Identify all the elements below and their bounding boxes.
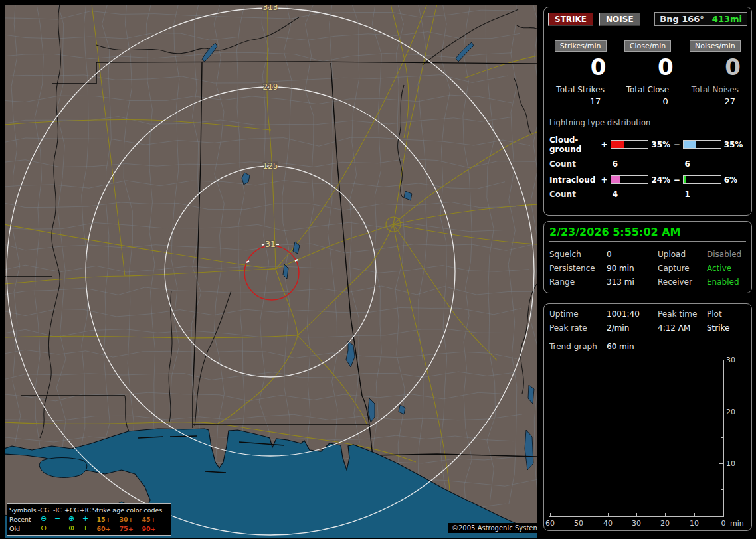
cg-negative-count: 6 xyxy=(674,159,746,169)
cg-negative-pct: 35% xyxy=(724,140,746,149)
session-trend-box: Uptime 1001:40 Peak time Plot Peak rate … xyxy=(543,303,752,531)
copyright-notice: ©2005 Astrogenic Systems xyxy=(448,523,537,533)
pos-cg-recent-icon: ⊕ xyxy=(64,516,78,522)
y-tick-20: 20 xyxy=(726,408,746,416)
cloud-ground-row: Cloud-ground + 35% − 35% xyxy=(549,135,746,154)
neg-cg-recent-icon: ⊖ xyxy=(37,516,50,522)
age-code-60: 60+ xyxy=(92,525,115,532)
noise-toggle-button[interactable]: NOISE xyxy=(599,13,640,26)
cloud-ground-count-row: Count 6 6 xyxy=(549,159,746,169)
map-canvas: 313 219 125 31 xyxy=(5,5,537,538)
x-tick-50: 50 xyxy=(569,519,589,528)
receiver-label: Receiver xyxy=(658,277,707,287)
neg-cg-old-icon: ⊖ xyxy=(37,525,50,532)
neg-ic-recent-icon: − xyxy=(50,516,64,522)
neg-ic-old-icon: − xyxy=(50,525,64,532)
lightning-map[interactable]: 313 219 125 31 Symbols -CG -IC +CG +IC S… xyxy=(5,5,537,538)
legend-col-neg-ic: -IC xyxy=(50,506,64,514)
squelch-value: 0 xyxy=(607,250,658,259)
ring-label-inner: 125 xyxy=(263,161,278,171)
ic-positive-count: 4 xyxy=(602,190,674,199)
ring-label-outer: 313 xyxy=(263,5,278,12)
ic-negative-pct: 6% xyxy=(724,175,746,185)
cg-positive-pct: 35% xyxy=(651,140,673,149)
cg-positive-bar xyxy=(611,140,649,149)
minus-sign: − xyxy=(674,140,680,149)
symbol-legend: Symbols -CG -IC +CG +IC Strike age color… xyxy=(7,503,171,536)
receiver-status: Enabled xyxy=(707,277,746,287)
close-per-min-value: 0 xyxy=(614,56,681,80)
legend-recent-label: Recent xyxy=(9,516,37,523)
ic-positive-pct: 24% xyxy=(651,175,673,185)
x-tick-60: 60 xyxy=(540,519,560,528)
pos-ic-recent-icon: + xyxy=(78,516,92,522)
total-noises-value: 27 xyxy=(682,96,749,106)
age-code-90: 90+ xyxy=(138,525,160,532)
cloud-ground-label: Cloud-ground xyxy=(549,135,601,154)
upload-label: Upload xyxy=(658,250,707,259)
noises-per-min-label: Noises/min xyxy=(690,40,741,52)
pos-cg-old-icon: ⊕ xyxy=(64,525,78,532)
legend-col-neg-cg: -CG xyxy=(37,506,50,514)
strike-toggle-button[interactable]: STRIKE xyxy=(548,13,593,26)
intracloud-label: Intracloud xyxy=(549,175,601,185)
age-code-75: 75+ xyxy=(115,525,138,532)
ic-negative-bar xyxy=(683,175,721,184)
total-close-label: Total Close xyxy=(614,85,681,94)
cg-positive-count: 6 xyxy=(602,159,674,169)
ic-negative-count: 1 xyxy=(674,190,746,199)
legend-col-pos-cg: +CG xyxy=(64,506,78,514)
x-tick-10: 10 xyxy=(684,519,704,528)
counters-box: STRIKE NOISE Bng 166° 413mi Strikes/min … xyxy=(543,7,752,216)
legend-old-label: Old xyxy=(9,525,37,532)
y-tick-30: 30 xyxy=(726,356,746,364)
status-grid: Squelch 0 Upload Disabled Persistence 90… xyxy=(549,250,746,287)
total-noises-label: Total Noises xyxy=(682,85,749,94)
strikes-counter: Strikes/min 0 Total Strikes 17 xyxy=(547,40,614,106)
close-per-min-label: Close/min xyxy=(624,40,671,52)
age-code-30: 30+ xyxy=(115,516,138,523)
persistence-value: 90 min xyxy=(607,264,658,273)
persistence-label: Persistence xyxy=(549,264,607,273)
age-code-15: 15+ xyxy=(92,516,115,523)
legend-symbols-header: Symbols xyxy=(9,506,37,514)
bearing-label: Bng 166° xyxy=(660,14,704,24)
range-value: 313 mi xyxy=(607,277,658,287)
intracloud-count-row: Count 4 1 xyxy=(549,190,746,199)
ring-label-close: 31 xyxy=(265,240,275,249)
x-tick-20: 20 xyxy=(655,519,675,528)
age-code-45: 45+ xyxy=(138,516,160,523)
trend-graph: 30 20 10 60 50 40 30 20 10 0 min xyxy=(544,304,751,530)
close-counter: Close/min 0 Total Close 0 xyxy=(614,40,681,106)
system-status-box: 2/23/2026 5:55:02 AM Squelch 0 Upload Di… xyxy=(543,221,752,293)
strikes-per-min-label: Strikes/min xyxy=(555,40,607,52)
total-strikes-label: Total Strikes xyxy=(547,85,614,94)
minus-sign: − xyxy=(674,175,680,185)
bearing-readout: Bng 166° 413mi xyxy=(654,12,747,26)
squelch-label: Squelch xyxy=(549,250,607,259)
capture-label: Capture xyxy=(658,264,707,273)
ic-positive-bar xyxy=(611,175,649,184)
lightning-type-distribution: Lightning type distribution Cloud-ground… xyxy=(549,118,746,199)
status-panel: STRIKE NOISE Bng 166° 413mi Strikes/min … xyxy=(539,0,756,539)
distribution-title: Lightning type distribution xyxy=(549,118,746,129)
ring-label-middle: 219 xyxy=(263,82,278,92)
range-label: Range xyxy=(549,277,607,287)
upload-status: Disabled xyxy=(707,250,746,259)
cg-negative-bar xyxy=(683,140,721,149)
x-axis xyxy=(549,516,724,517)
capture-status: Active xyxy=(707,264,746,273)
bearing-range: 413mi xyxy=(712,14,742,24)
noises-per-min-value: 0 xyxy=(682,56,749,80)
strikes-per-min-value: 0 xyxy=(547,56,614,80)
count-label: Count xyxy=(549,190,602,199)
x-tick-30: 30 xyxy=(626,519,646,528)
plus-sign: + xyxy=(601,175,608,185)
datetime-display: 2/23/2026 5:55:02 AM xyxy=(549,226,746,242)
noises-counter: Noises/min 0 Total Noises 27 xyxy=(682,40,749,106)
count-label: Count xyxy=(549,159,602,169)
plus-sign: + xyxy=(601,140,608,149)
intracloud-row: Intracloud + 24% − 6% xyxy=(549,175,746,185)
y-tick-10: 10 xyxy=(726,459,746,468)
legend-age-header: Strike age color codes xyxy=(92,506,160,514)
